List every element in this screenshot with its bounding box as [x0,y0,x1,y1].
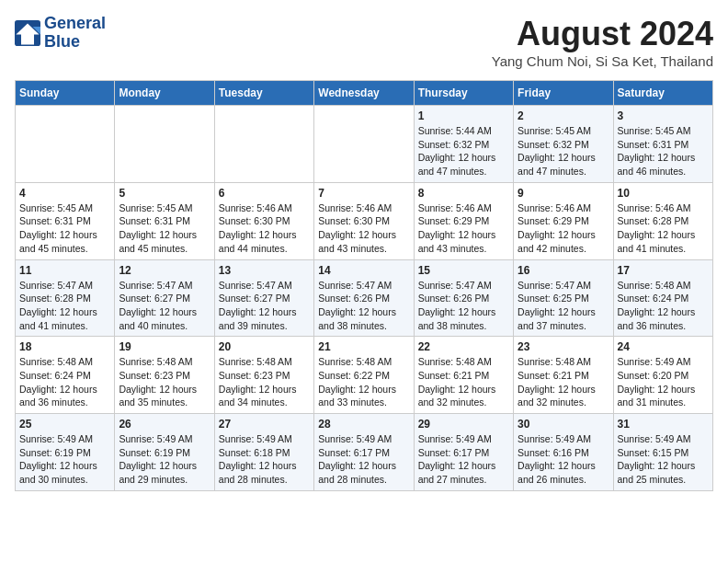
day-number: 14 [318,264,409,277]
day-info: Sunrise: 5:45 AMSunset: 6:32 PMDaylight:… [518,124,609,178]
day-info-line: Daylight: 12 hours and 41 minutes. [19,305,110,332]
day-info-line: Sunset: 6:26 PM [418,292,509,305]
day-info-line: Sunrise: 5:45 AM [19,201,110,215]
day-number: 16 [518,264,609,277]
day-number: 26 [119,418,210,431]
calendar-cell: 19Sunrise: 5:48 AMSunset: 6:23 PMDayligh… [115,337,214,414]
day-info-line: Daylight: 12 hours and 47 minutes. [518,151,609,178]
day-number: 11 [19,264,110,277]
day-number: 21 [318,340,409,353]
day-info-line: Sunset: 6:31 PM [618,138,709,152]
day-number: 31 [618,418,709,431]
weekday-header: Monday [115,81,214,106]
day-info-line: Daylight: 12 hours and 32 minutes. [518,383,609,409]
day-info: Sunrise: 5:46 AMSunset: 6:30 PMDaylight:… [318,201,409,256]
day-number: 20 [219,340,310,353]
day-info: Sunrise: 5:45 AMSunset: 6:31 PMDaylight:… [119,201,210,256]
day-info-line: Daylight: 12 hours and 39 minutes. [219,305,310,332]
day-number: 3 [618,109,709,122]
logo-line2: Blue [44,33,106,52]
day-info: Sunrise: 5:48 AMSunset: 6:24 PMDaylight:… [618,279,709,333]
day-info-line: Sunrise: 5:48 AM [618,279,709,293]
day-info-line: Sunrise: 5:46 AM [219,201,310,215]
day-info-line: Sunrise: 5:49 AM [19,432,110,446]
day-info-line: Sunset: 6:15 PM [618,446,709,460]
day-info-line: Daylight: 12 hours and 43 minutes. [418,228,509,255]
day-info: Sunrise: 5:49 AMSunset: 6:20 PMDaylight:… [618,355,709,409]
day-info-line: Sunrise: 5:49 AM [219,432,310,446]
day-info: Sunrise: 5:47 AMSunset: 6:28 PMDaylight:… [19,279,110,333]
calendar-cell: 13Sunrise: 5:47 AMSunset: 6:27 PMDayligh… [214,259,313,337]
weekday-header: Saturday [613,81,712,106]
calendar-cell: 17Sunrise: 5:48 AMSunset: 6:24 PMDayligh… [613,259,712,337]
calendar-week-row: 25Sunrise: 5:49 AMSunset: 6:19 PMDayligh… [16,414,713,491]
day-info-line: Daylight: 12 hours and 27 minutes. [418,459,509,486]
day-info-line: Sunrise: 5:46 AM [618,201,709,215]
day-info-line: Daylight: 12 hours and 38 minutes. [318,305,409,332]
day-info: Sunrise: 5:49 AMSunset: 6:17 PMDaylight:… [418,432,509,487]
calendar-cell: 5Sunrise: 5:45 AMSunset: 6:31 PMDaylight… [115,182,214,259]
weekday-row: SundayMondayTuesdayWednesdayThursdayFrid… [16,81,713,106]
logo-line1: General [44,15,106,33]
day-info: Sunrise: 5:48 AMSunset: 6:24 PMDaylight:… [19,355,110,409]
day-info-line: Sunset: 6:19 PM [119,446,210,460]
day-info: Sunrise: 5:46 AMSunset: 6:28 PMDaylight:… [618,201,709,256]
calendar-table: SundayMondayTuesdayWednesdayThursdayFrid… [15,80,713,491]
day-info-line: Sunrise: 5:47 AM [418,279,509,293]
location-title: Yang Chum Noi, Si Sa Ket, Thailand [492,53,713,69]
day-number: 18 [19,340,110,353]
calendar-cell: 4Sunrise: 5:45 AMSunset: 6:31 PMDaylight… [16,182,115,259]
day-info-line: Sunrise: 5:48 AM [318,355,409,369]
calendar-cell: 18Sunrise: 5:48 AMSunset: 6:24 PMDayligh… [16,337,115,414]
day-info-line: Sunset: 6:21 PM [418,369,509,383]
day-info-line: Daylight: 12 hours and 45 minutes. [19,228,110,255]
day-info: Sunrise: 5:49 AMSunset: 6:15 PMDaylight:… [618,432,709,487]
weekday-header: Wednesday [314,81,414,106]
day-info-line: Sunset: 6:28 PM [19,292,110,305]
day-info-line: Sunset: 6:31 PM [119,214,210,228]
day-info-line: Daylight: 12 hours and 30 minutes. [19,459,110,486]
calendar-cell: 22Sunrise: 5:48 AMSunset: 6:21 PMDayligh… [414,337,513,414]
calendar-cell [16,106,115,183]
day-number: 24 [618,340,709,353]
day-info-line: Sunset: 6:27 PM [119,292,210,305]
logo: General Blue [15,15,106,52]
calendar-cell: 23Sunrise: 5:48 AMSunset: 6:21 PMDayligh… [514,337,613,414]
day-info: Sunrise: 5:46 AMSunset: 6:30 PMDaylight:… [219,201,310,256]
calendar-cell: 10Sunrise: 5:46 AMSunset: 6:28 PMDayligh… [613,182,712,259]
day-info-line: Sunset: 6:31 PM [19,214,110,228]
calendar-cell: 11Sunrise: 5:47 AMSunset: 6:28 PMDayligh… [16,259,115,337]
calendar-cell [314,106,414,183]
day-info: Sunrise: 5:47 AMSunset: 6:27 PMDaylight:… [219,279,310,333]
day-info-line: Daylight: 12 hours and 44 minutes. [219,228,310,255]
day-number: 6 [219,187,310,200]
day-info-line: Sunset: 6:26 PM [318,292,409,305]
day-info-line: Daylight: 12 hours and 36 minutes. [618,305,709,332]
calendar-cell: 25Sunrise: 5:49 AMSunset: 6:19 PMDayligh… [16,414,115,491]
day-info-line: Sunset: 6:29 PM [418,214,509,228]
day-info: Sunrise: 5:47 AMSunset: 6:25 PMDaylight:… [518,279,609,333]
day-info: Sunrise: 5:48 AMSunset: 6:21 PMDaylight:… [418,355,509,409]
day-number: 10 [618,187,709,200]
title-area: August 2024 Yang Chum Noi, Si Sa Ket, Th… [492,15,713,69]
day-info-line: Daylight: 12 hours and 37 minutes. [518,305,609,332]
logo-icon [15,20,40,46]
day-info-line: Sunrise: 5:46 AM [418,201,509,215]
weekday-header: Sunday [16,81,115,106]
day-info-line: Daylight: 12 hours and 35 minutes. [119,383,210,409]
calendar-cell: 9Sunrise: 5:46 AMSunset: 6:29 PMDaylight… [514,182,613,259]
day-info-line: Sunset: 6:23 PM [119,369,210,383]
day-number: 25 [19,418,110,431]
calendar-cell [214,106,313,183]
calendar-header: SundayMondayTuesdayWednesdayThursdayFrid… [16,81,713,106]
day-info-line: Sunrise: 5:47 AM [318,279,409,293]
day-number: 27 [219,418,310,431]
day-info-line: Sunrise: 5:48 AM [19,355,110,369]
day-number: 4 [19,187,110,200]
day-info-line: Sunset: 6:30 PM [219,214,310,228]
calendar-week-row: 4Sunrise: 5:45 AMSunset: 6:31 PMDaylight… [16,182,713,259]
day-info-line: Sunset: 6:17 PM [418,446,509,460]
calendar-cell [115,106,214,183]
day-number: 15 [418,264,509,277]
calendar-cell: 27Sunrise: 5:49 AMSunset: 6:18 PMDayligh… [214,414,313,491]
